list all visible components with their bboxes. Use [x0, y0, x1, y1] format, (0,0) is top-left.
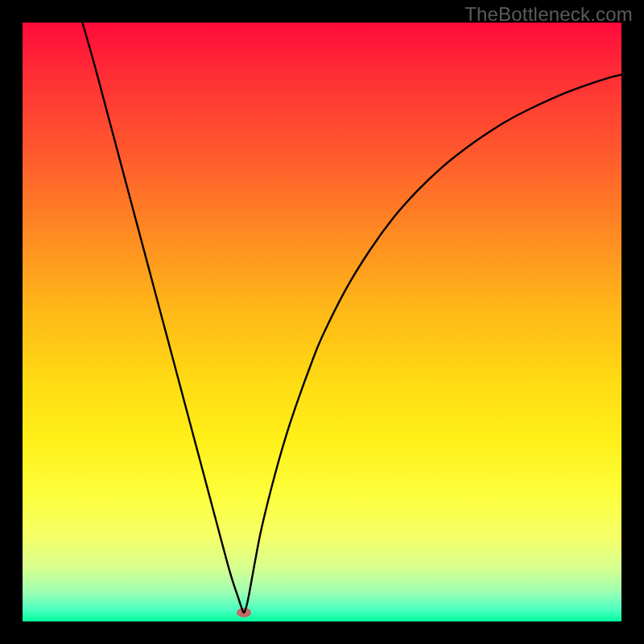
plot-area: [23, 23, 621, 621]
chart-frame: TheBottleneck.com: [0, 0, 644, 644]
bottleneck-curve: [23, 23, 621, 621]
watermark-text: TheBottleneck.com: [464, 3, 633, 26]
